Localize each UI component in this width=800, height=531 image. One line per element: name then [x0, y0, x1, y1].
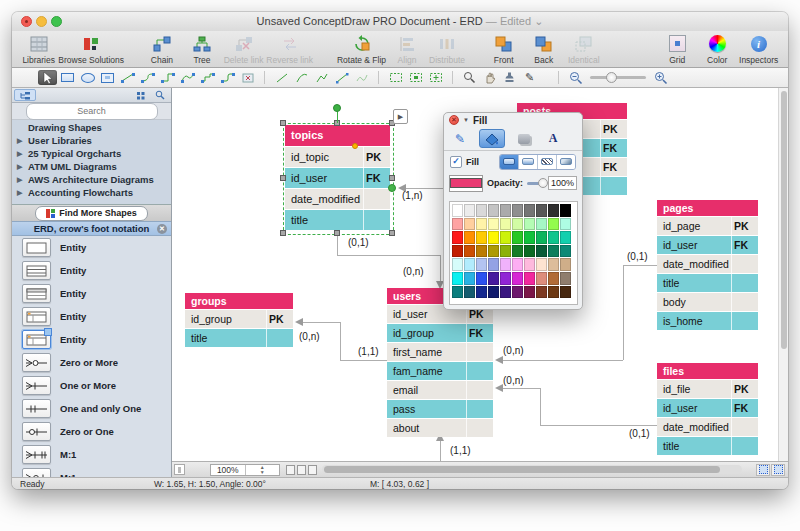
palette-color-swatch[interactable]	[560, 231, 571, 244]
palette-color-swatch[interactable]	[452, 204, 463, 217]
palette-color-swatch[interactable]	[500, 272, 511, 285]
erd-field-row[interactable]: date_modified	[657, 418, 758, 436]
palette-color-swatch[interactable]	[548, 286, 559, 299]
close-window-button[interactable]	[21, 16, 32, 27]
palette-color-swatch[interactable]	[560, 286, 571, 299]
reverse-link-button[interactable]: Reverse link	[265, 33, 314, 65]
resize-handle[interactable]	[334, 230, 340, 236]
zoom-slider[interactable]	[590, 76, 646, 79]
palette-color-swatch[interactable]	[524, 218, 535, 231]
connector-users-files[interactable]	[502, 388, 540, 389]
opacity-slider[interactable]	[527, 182, 544, 185]
disclosure-triangle-icon[interactable]: ▶	[17, 186, 22, 199]
text-tab[interactable]: A	[543, 129, 563, 148]
palette-color-swatch[interactable]	[524, 272, 535, 285]
color-button[interactable]: Color	[697, 33, 737, 65]
erd-field-row[interactable]: fam_name	[387, 362, 493, 380]
tree-button[interactable]: Tree	[182, 33, 222, 65]
shape-item-entity-2[interactable]: Entity	[12, 259, 171, 282]
erd-field-row[interactable]: is_home	[657, 312, 758, 330]
palette-color-swatch[interactable]	[548, 204, 559, 217]
erd-field-row[interactable]: email	[387, 381, 493, 399]
zoom-window-button[interactable]	[51, 16, 62, 27]
palette-color-swatch[interactable]	[524, 231, 535, 244]
solid-fill-button[interactable]	[500, 155, 519, 169]
rect-select-tool[interactable]	[406, 70, 425, 85]
opacity-slider-thumb[interactable]	[538, 178, 548, 188]
palette-color-swatch[interactable]	[476, 204, 487, 217]
palette-color-swatch[interactable]	[488, 231, 499, 244]
erd-field-row[interactable]: id_groupFK	[387, 324, 493, 342]
palette-color-swatch[interactable]	[536, 272, 547, 285]
palette-color-swatch[interactable]	[524, 258, 535, 271]
connector-users-files[interactable]	[540, 388, 541, 425]
rotate-flip-button[interactable]: Rotate & Flip	[336, 33, 387, 65]
direct-connector-tool[interactable]	[118, 70, 137, 85]
action-button[interactable]: ▶	[393, 109, 408, 124]
palette-color-swatch[interactable]	[500, 218, 511, 231]
palette-color-swatch[interactable]	[452, 286, 463, 299]
palette-color-swatch[interactable]	[488, 286, 499, 299]
erd-field-row[interactable]: about	[387, 419, 493, 437]
connector-topics-users[interactable]	[337, 255, 440, 256]
current-color-swatch[interactable]	[449, 175, 483, 192]
connector-users-groups[interactable]	[340, 360, 387, 361]
library-item-accounting[interactable]: ▶Accounting Flowcharts	[12, 186, 171, 199]
disclosure-triangle-icon[interactable]: ▶	[17, 173, 22, 186]
library-item-drawing-shapes[interactable]: Drawing Shapes	[12, 121, 171, 134]
move-select-tool[interactable]	[426, 70, 445, 85]
control-point[interactable]	[352, 143, 358, 149]
title-menu-chevron-icon[interactable]: ⌄	[534, 15, 543, 27]
palette-color-swatch[interactable]	[464, 272, 475, 285]
stamp-tool[interactable]	[500, 70, 519, 85]
palette-color-swatch[interactable]	[452, 245, 463, 258]
zoom-level-control[interactable]: 100% ▲▼	[210, 464, 280, 476]
shape-item-entity-4[interactable]: Entity	[12, 305, 171, 328]
erd-field-row[interactable]: id_filePK	[657, 380, 758, 398]
erd-table-title[interactable]: pages	[657, 200, 758, 216]
resize-handle[interactable]	[280, 175, 286, 181]
palette-color-swatch[interactable]	[464, 258, 475, 271]
erd-table-files[interactable]: filesid_filePKid_userFKdate_modifiedtitl…	[657, 363, 758, 455]
palette-color-swatch[interactable]	[500, 204, 511, 217]
palette-color-swatch[interactable]	[500, 245, 511, 258]
erd-field-row[interactable]: id_userFK	[657, 236, 758, 254]
palette-color-swatch[interactable]	[560, 258, 571, 271]
palette-color-swatch[interactable]	[488, 245, 499, 258]
align-button[interactable]: Align	[387, 33, 427, 65]
erd-table-pages[interactable]: pagesid_pagePKid_userFKdate_modifiedtitl…	[657, 200, 758, 330]
erd-field-row[interactable]: title	[657, 274, 758, 292]
palette-color-swatch[interactable]	[512, 258, 523, 271]
shape-item-one-and-only-one[interactable]: One and only One	[12, 397, 171, 420]
library-item-orgcharts[interactable]: ▶25 Typical Orgcharts	[12, 147, 171, 160]
palette-color-swatch[interactable]	[476, 245, 487, 258]
erd-field-row[interactable]: body	[657, 293, 758, 311]
vertical-scrollbar[interactable]	[778, 88, 788, 461]
draw-tool[interactable]: ✎	[520, 70, 539, 85]
libraries-button[interactable]: Libraries	[19, 33, 59, 65]
shadow-tab[interactable]	[514, 129, 534, 148]
connector-users-pages[interactable]	[502, 360, 623, 361]
identical-button[interactable]: Identical	[564, 33, 604, 65]
zoom-tool[interactable]	[460, 70, 479, 85]
minimize-window-button[interactable]	[36, 16, 47, 27]
resize-handle[interactable]	[389, 230, 395, 236]
erd-field-row[interactable]: id_userFK	[657, 399, 758, 417]
line-tool[interactable]	[272, 70, 291, 85]
palette-color-swatch[interactable]	[476, 258, 487, 271]
connector-users-files[interactable]	[540, 425, 657, 426]
arc-tool[interactable]	[292, 70, 311, 85]
erd-field-row[interactable]: title	[185, 329, 293, 347]
palette-color-swatch[interactable]	[512, 218, 523, 231]
front-button[interactable]: Front	[484, 33, 524, 65]
erd-field-row[interactable]: id_groupPK	[185, 310, 293, 328]
palette-color-swatch[interactable]	[560, 204, 571, 217]
palette-color-swatch[interactable]	[488, 258, 499, 271]
palette-color-swatch[interactable]	[476, 286, 487, 299]
connector-users-groups[interactable]	[340, 322, 341, 360]
resize-handle[interactable]	[389, 175, 395, 181]
disclosure-triangle-icon[interactable]: ▶	[17, 160, 22, 173]
palette-color-swatch[interactable]	[524, 245, 535, 258]
polyline-tool[interactable]	[312, 70, 331, 85]
find-more-shapes-button[interactable]: Find More Shapes	[35, 206, 148, 221]
